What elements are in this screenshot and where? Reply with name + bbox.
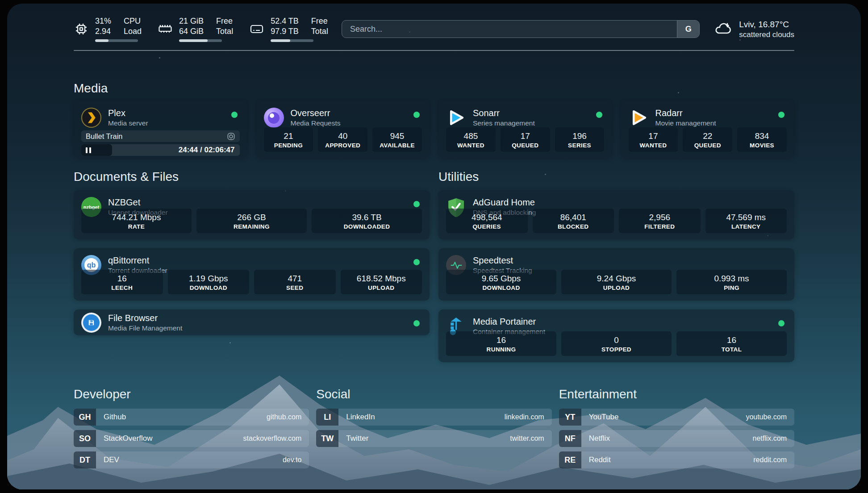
app-subtitle: Series management [473, 119, 535, 128]
media-card-grid: Plex Media server Bullet Train [74, 101, 794, 158]
system-stats: 31% 2.94 CPU Load [74, 16, 328, 42]
stat-wanted: 485WANTED [446, 127, 496, 152]
disk-free-label: Free [311, 16, 328, 26]
memory-free-label: Free [216, 16, 233, 26]
stat-total: 16TOTAL [676, 331, 787, 356]
section-title-developer: Developer [74, 387, 309, 401]
search-engine-button[interactable]: G [677, 21, 699, 38]
radarr-icon [629, 108, 649, 128]
disk-usage-bar [271, 39, 313, 42]
bookmark-github[interactable]: GH Github github.com [74, 409, 309, 426]
cpu-label: CPU [124, 16, 142, 26]
stat-approved: 40APPROVED [318, 127, 367, 152]
stat-stopped: 0STOPPED [561, 331, 672, 356]
stat-queued: 22QUEUED [683, 127, 732, 152]
bookmark-url: youtube.com [746, 413, 794, 421]
disk-stat: 52.4 TB 97.9 TB Free Total [249, 16, 328, 42]
plex-icon [81, 108, 101, 128]
stat-movies: 834MOVIES [737, 127, 787, 152]
memory-stat: 21 GiB 64 GiB Free Total [158, 16, 233, 42]
plex-progress-bar[interactable]: 24:44 / 02:06:47 [81, 144, 240, 156]
bookmark-abbr: NF [559, 430, 581, 447]
bookmark-reddit[interactable]: RE Reddit reddit.com [559, 451, 794, 468]
sonarr-icon [446, 108, 466, 128]
app-card-nzbget[interactable]: nzbget NZBGet Usenet downloader 744.21 M… [74, 190, 430, 239]
app-card-filebrowser[interactable]: File Browser Media File Management [74, 309, 430, 335]
memory-usage-bar [179, 39, 222, 42]
bookmark-url: netflix.com [753, 435, 794, 443]
app-card-plex[interactable]: Plex Media server Bullet Train [74, 101, 247, 158]
cpu-load-value: 2.94 [95, 26, 111, 37]
bookmark-abbr: TW [316, 430, 338, 447]
cpu-usage-bar [95, 39, 138, 42]
bookmark-abbr: RE [559, 451, 581, 468]
app-title: Overseerr [291, 108, 341, 119]
app-title: File Browser [108, 313, 182, 324]
bookmark-abbr: DT [74, 451, 96, 468]
top-bar: 31% 2.94 CPU Load [74, 4, 794, 42]
cpu-percent: 31% [95, 16, 111, 26]
disk-free-value: 52.4 TB [271, 16, 299, 26]
stat-download: 9.65 GbpsDOWNLOAD [446, 270, 556, 294]
bookmark-name: LinkedIn [338, 413, 375, 422]
search-bar: G [342, 20, 700, 38]
disk-total-value: 97.9 TB [271, 26, 299, 37]
bookmark-name: Twitter [338, 434, 368, 443]
status-dot [778, 112, 785, 118]
app-title: qBittorrent [108, 255, 167, 266]
now-playing-title: Bullet Train [86, 132, 123, 141]
bookmark-abbr: YT [559, 409, 581, 426]
app-card-qbittorrent[interactable]: qb qBittorrent Torrent downloader 16LEEC… [74, 248, 430, 301]
bookmark-name: Github [96, 413, 126, 422]
bookmark-group-social: Social LI LinkedIn linkedin.com TW Twitt… [316, 387, 551, 473]
memory-total-label: Total [216, 26, 233, 37]
app-title: Plex [108, 108, 148, 119]
status-dot [596, 112, 602, 118]
memory-free-value: 21 GiB [179, 16, 204, 26]
stat-wanted: 17WANTED [629, 127, 678, 152]
video-icon [227, 132, 235, 141]
bookmark-group-entertainment: Entertainment YT YouTube youtube.com NF … [559, 387, 794, 473]
plex-now-playing-row[interactable]: Bullet Train [81, 130, 240, 142]
bookmark-twitter[interactable]: TW Twitter twitter.com [316, 430, 551, 447]
app-card-sonarr[interactable]: Sonarr Series management 485WANTED 17QUE… [438, 101, 612, 158]
weather-location-temp: Lviv, 16.87°C [739, 19, 794, 30]
cpu-stat: 31% 2.94 CPU Load [74, 16, 142, 42]
status-dot [413, 259, 420, 265]
bookmark-url: twitter.com [510, 435, 551, 443]
bookmark-dev[interactable]: DT DEV dev.to [74, 451, 309, 468]
status-dot [778, 320, 785, 326]
app-card-speedtest[interactable]: Speedtest Speedtest Tracking 9.65 GbpsDO… [438, 248, 794, 301]
disk-icon [249, 21, 264, 37]
weather-widget: Lviv, 16.87°C scattered clouds [713, 19, 794, 39]
stat-download: 1.19 GbpsDOWNLOAD [168, 270, 250, 294]
stat-queued: 17QUEUED [501, 127, 550, 152]
bookmark-abbr: LI [316, 409, 338, 426]
stat-upload: 618.52 MbpsUPLOAD [341, 270, 422, 294]
bookmark-stackoverflow[interactable]: SO StackOverflow stackoverflow.com [74, 430, 309, 447]
stat-series: 196SERIES [555, 127, 605, 152]
stat-running: 16RUNNING [446, 331, 556, 356]
bookmark-linkedin[interactable]: LI LinkedIn linkedin.com [316, 409, 551, 426]
stat-filtered: 2,956FILTERED [619, 209, 701, 233]
stat-downloaded: 39.6 TBDOWNLOADED [312, 209, 422, 233]
bookmark-url: dev.to [283, 456, 309, 464]
bookmark-youtube[interactable]: YT YouTube youtube.com [559, 409, 794, 426]
bookmark-url: linkedin.com [505, 413, 552, 421]
app-subtitle: Movie management [655, 119, 716, 128]
app-title: Sonarr [473, 108, 535, 119]
section-title-social: Social [316, 387, 551, 401]
bookmark-name: Reddit [581, 455, 611, 464]
bookmark-netflix[interactable]: NF Netflix netflix.com [559, 430, 794, 447]
section-title-documents: Documents & Files [74, 170, 430, 184]
app-title: NZBGet [108, 197, 168, 208]
app-card-adguard[interactable]: AdGuard Home DNS and adblocking 498,564Q… [438, 190, 794, 239]
app-card-portainer[interactable]: Media Portainer Container management 16R… [438, 309, 794, 362]
section-title-media: Media [74, 81, 794, 96]
app-card-radarr[interactable]: Radarr Movie management 17WANTED 22QUEUE… [621, 101, 795, 158]
search-input[interactable] [342, 25, 677, 34]
app-title: Speedtest [473, 255, 532, 266]
bookmark-name: DEV [96, 455, 119, 464]
app-card-overseerr[interactable]: Overseerr Media Requests 21PENDING 40APP… [256, 101, 430, 158]
stat-remaining: 266 GBREMAINING [196, 209, 307, 233]
